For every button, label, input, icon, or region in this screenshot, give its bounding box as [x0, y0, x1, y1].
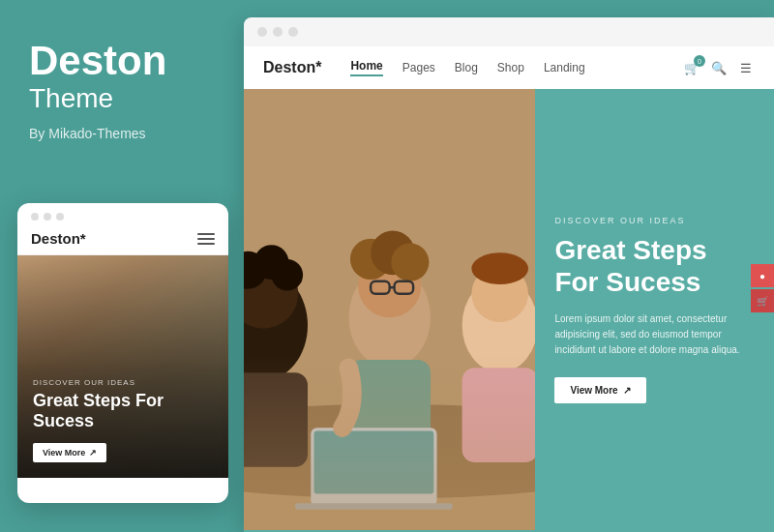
browser-dot-2	[273, 27, 283, 37]
menu-icon[interactable]: ☰	[737, 59, 755, 76]
mobile-dot-2	[44, 213, 51, 221]
mobile-navbar: Deston*	[17, 226, 228, 255]
nav-link-landing[interactable]: Landing	[544, 61, 585, 74]
svg-point-20	[471, 252, 528, 284]
mobile-btn-arrow: ↗	[89, 448, 97, 458]
nav-link-blog[interactable]: Blog	[455, 61, 478, 74]
desktop-logo: Deston*	[263, 59, 321, 76]
mobile-hero-overlay: DISCOVER OUR IDEAS Great Steps For Suces…	[17, 363, 228, 478]
mobile-dot-1	[31, 213, 39, 221]
mobile-logo: Deston*	[31, 230, 86, 247]
mobile-view-more-button[interactable]: View More ↗	[33, 443, 106, 462]
side-button-1[interactable]: ●	[751, 264, 774, 287]
mobile-discover: DISCOVER OUR IDEAS	[33, 378, 213, 387]
mobile-dot-3	[56, 213, 64, 221]
mobile-hero: DISCOVER OUR IDEAS Great Steps For Suces…	[17, 255, 228, 478]
hero-heading: Great Steps For Sucess	[554, 235, 755, 297]
theme-subtitle: Theme	[29, 83, 203, 114]
theme-by: By Mikado-Themes	[29, 126, 203, 141]
cart-count: 0	[694, 55, 705, 67]
theme-title: Deston	[29, 39, 203, 83]
desktop-navbar: Deston* Home Pages Blog Shop Landing 🛒 0…	[244, 46, 774, 89]
cart-icon[interactable]: 🛒 0	[683, 59, 700, 76]
mobile-titlebar	[17, 203, 228, 226]
svg-point-13	[391, 244, 429, 281]
browser-titlebar	[244, 17, 774, 46]
side-button-2[interactable]: 🛒	[751, 289, 774, 312]
mobile-preview: Deston* DISCOVER OUR IDEAS Great Steps F…	[17, 203, 228, 503]
hero-image	[244, 89, 535, 530]
hero-body: Lorem ipsum dolor sit amet, consectetur …	[554, 311, 748, 358]
desktop-hero: DISCOVER OUR IDEAS Great Steps For Suces…	[244, 89, 774, 530]
desktop-nav-icons: 🛒 0 🔍 ☰	[683, 59, 755, 76]
hero-table-overlay	[244, 354, 535, 530]
desktop-nav-links: Home Pages Blog Shop Landing	[350, 59, 683, 76]
svg-point-7	[272, 259, 304, 291]
browser-dot-3	[288, 27, 298, 37]
hero-discover: DISCOVER OUR IDEAS	[554, 216, 755, 225]
side-buttons: ● 🛒	[751, 264, 774, 312]
mobile-btn-label: View More	[43, 448, 85, 458]
nav-link-home[interactable]: Home	[350, 59, 382, 76]
nav-link-pages[interactable]: Pages	[402, 61, 435, 74]
mobile-heading: Great Steps For Sucess	[33, 391, 213, 432]
desktop-btn-arrow: ↗	[623, 385, 631, 396]
hero-content: DISCOVER OUR IDEAS Great Steps For Suces…	[535, 89, 774, 530]
desktop-btn-label: View More	[570, 385, 617, 396]
browser-dot-1	[257, 27, 267, 37]
hamburger-icon[interactable]	[197, 233, 215, 245]
nav-link-shop[interactable]: Shop	[497, 61, 524, 74]
desktop-preview: Deston* Home Pages Blog Shop Landing 🛒 0…	[244, 17, 774, 532]
browser-body: Deston* Home Pages Blog Shop Landing 🛒 0…	[244, 46, 774, 530]
hero-image-placeholder	[244, 89, 535, 530]
search-icon[interactable]: 🔍	[710, 59, 728, 76]
desktop-view-more-button[interactable]: View More ↗	[554, 377, 645, 403]
